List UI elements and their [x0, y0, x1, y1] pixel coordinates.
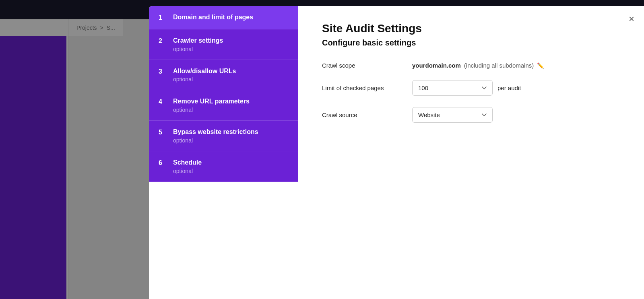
edit-icon[interactable]: ✏️ — [537, 62, 544, 69]
limit-pages-select[interactable]: 100 500 1000 5000 10000 20000 50000 1000… — [412, 80, 493, 96]
crawl-scope-value: yourdomain.com (including all subdomains… — [412, 62, 544, 69]
crawl-scope-domain: yourdomain.com — [412, 62, 461, 69]
sidebar-item-4[interactable]: 4 Remove URL parameters optional — [149, 90, 298, 121]
sidebar-item-1-number: 1 — [159, 14, 167, 21]
sidebar-item-5[interactable]: 5 Bypass website restrictions optional — [149, 121, 298, 151]
sidebar-item-5-subtitle: optional — [173, 137, 258, 144]
sidebar-item-4-subtitle: optional — [173, 107, 250, 113]
crawl-source-label: Crawl source — [322, 111, 402, 118]
limit-pages-row: Limit of checked pages 100 500 1000 5000… — [322, 80, 620, 96]
sidebar-item-5-content: Bypass website restrictions optional — [173, 128, 258, 144]
sidebar-item-3-title: Allow/disallow URLs — [173, 67, 236, 76]
modal-subtitle: Configure basic settings — [322, 38, 620, 47]
crawl-scope-suffix: (including all subdomains) — [464, 62, 534, 69]
modal: 1 Domain and limit of pages 2 Crawler se… — [149, 6, 644, 299]
sidebar-item-5-number: 5 — [159, 129, 167, 136]
modal-close-button[interactable]: × — [629, 14, 634, 24]
sidebar-item-1-title: Domain and limit of pages — [173, 13, 253, 22]
crawl-source-row: Crawl source Website Sitemap Website and… — [322, 107, 620, 123]
sidebar-item-3[interactable]: 3 Allow/disallow URLs optional — [149, 60, 298, 91]
modal-main-content: × Site Audit Settings Configure basic se… — [298, 6, 644, 299]
crawl-scope-label: Crawl scope — [322, 62, 402, 69]
sidebar-item-1[interactable]: 1 Domain and limit of pages — [149, 6, 298, 29]
limit-pages-controls: 100 500 1000 5000 10000 20000 50000 1000… — [412, 80, 521, 96]
modal-sidebar: 1 Domain and limit of pages 2 Crawler se… — [149, 6, 298, 299]
sidebar-item-3-number: 3 — [159, 68, 167, 75]
sidebar-item-6-number: 6 — [159, 159, 167, 167]
modal-title: Site Audit Settings — [322, 22, 620, 35]
sidebar-item-4-number: 4 — [159, 98, 167, 105]
sidebar-item-1-content: Domain and limit of pages — [173, 13, 253, 22]
sidebar-item-5-title: Bypass website restrictions — [173, 128, 258, 136]
limit-pages-label: Limit of checked pages — [322, 85, 402, 91]
sidebar-item-6-subtitle: optional — [173, 168, 202, 174]
sidebar-item-6-title: Schedule — [173, 159, 202, 167]
sidebar-item-6[interactable]: 6 Schedule optional — [149, 151, 298, 182]
sidebar-item-2-content: Crawler settings optional — [173, 37, 223, 52]
sidebar-item-4-content: Remove URL parameters optional — [173, 97, 250, 113]
sidebar-item-3-content: Allow/disallow URLs optional — [173, 67, 236, 83]
sidebar-item-2-title: Crawler settings — [173, 37, 223, 45]
sidebar-item-6-content: Schedule optional — [173, 159, 202, 174]
crawl-scope-row: Crawl scope yourdomain.com (including al… — [322, 62, 620, 69]
sidebar-item-2-number: 2 — [159, 37, 167, 45]
sidebar-item-4-title: Remove URL parameters — [173, 97, 250, 106]
crawl-source-select[interactable]: Website Sitemap Website and sitemap — [412, 107, 493, 123]
sidebar-item-2[interactable]: 2 Crawler settings optional — [149, 29, 298, 60]
sidebar-item-3-subtitle: optional — [173, 76, 236, 82]
per-audit-label: per audit — [497, 85, 521, 91]
sidebar-item-2-subtitle: optional — [173, 46, 223, 52]
